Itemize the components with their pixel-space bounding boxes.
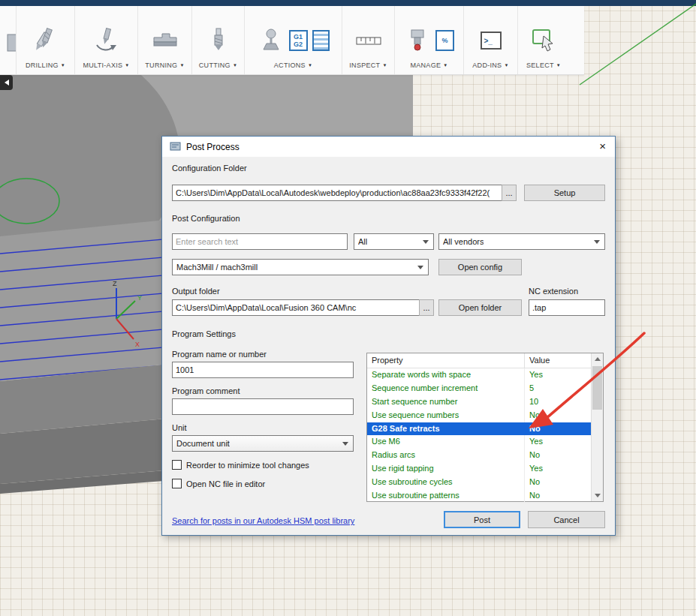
toolbar-group-cutting[interactable]: CUTTING▼	[192, 6, 245, 74]
gcode-g2-text: G2	[294, 41, 303, 48]
program-comment-label: Program comment	[172, 386, 240, 395]
table-scrollbar[interactable]	[591, 353, 603, 501]
dropdown-caret-icon	[342, 442, 348, 446]
toolbar-group-turning[interactable]: TURNING▼	[138, 6, 192, 74]
browser-collapse-toggle[interactable]	[0, 75, 13, 90]
dialog-titlebar[interactable]: Post Process ×	[162, 137, 615, 157]
vendor-filter-dropdown[interactable]: All vendors	[438, 233, 605, 250]
value-cell: Yes	[525, 435, 591, 449]
select-cursor-icon	[530, 26, 557, 55]
dropdown-caret-icon	[423, 240, 429, 244]
toolbar-group-manage[interactable]: % MANAGE▼	[395, 6, 464, 74]
table-row[interactable]: Use M6 Yes	[367, 435, 591, 449]
table-row[interactable]: Use subroutine cycles No	[367, 476, 591, 489]
table-row[interactable]: Start sequence number 10	[367, 395, 591, 409]
cutting-icon	[205, 26, 232, 55]
output-folder-label: Output folder	[172, 287, 220, 296]
chevron-down-icon: ▼	[61, 63, 65, 68]
toolbar-group-add-ins-label: ADD-INS	[472, 62, 502, 69]
scroll-down-icon[interactable]	[592, 490, 603, 501]
toolbar-group-manage-label: MANAGE	[410, 62, 441, 69]
toolbar-group-actions[interactable]: G1 G2 ACTIONS▼	[245, 6, 342, 74]
output-folder-browse-button[interactable]: ...	[419, 299, 434, 316]
program-name-label: Program name or number	[172, 350, 267, 359]
clipped-tool-icon	[0, 32, 17, 57]
post-process-dialog: Post Process × Configuration Folder ... …	[161, 136, 616, 536]
hsm-post-library-link[interactable]: Search for posts in our Autodesk HSM pos…	[172, 516, 354, 525]
gcode-icon: G1 G2	[289, 30, 308, 51]
app-titlebar	[0, 0, 696, 6]
toolbar-group-multi-axis-label: MULTI-AXIS	[83, 62, 122, 69]
checkbox-reorder-tool-changes[interactable]: Reorder to minimize tool changes	[172, 460, 309, 470]
chevron-down-icon: ▼	[125, 63, 129, 68]
cancel-button[interactable]: Cancel	[528, 511, 605, 528]
value-cell: No	[525, 409, 591, 422]
table-row[interactable]: Use subroutine patterns No	[367, 489, 591, 503]
program-name-input[interactable]	[172, 362, 354, 378]
checkbox-open-nc-file[interactable]: Open NC file in editor	[172, 479, 265, 488]
measure-icon	[355, 26, 382, 55]
unit-dropdown[interactable]: Document unit	[172, 435, 354, 452]
program-comment-input[interactable]	[172, 398, 354, 415]
value-cell: No	[525, 449, 591, 462]
property-cell: Use sequence numbers	[367, 409, 525, 422]
open-folder-button[interactable]: Open folder	[438, 299, 522, 316]
setup-button[interactable]: Setup	[524, 185, 605, 201]
nc-extension-input[interactable]	[529, 299, 605, 316]
toolbar-group-inspect[interactable]: INSPECT▼	[342, 6, 395, 74]
drilling-icon	[32, 26, 59, 55]
nc-extension-label: NC extension	[529, 287, 578, 296]
scrollbar-thumb[interactable]	[592, 366, 602, 410]
toolbar-group-drilling[interactable]: DRILLING▼	[17, 6, 75, 74]
collapse-left-icon	[5, 80, 9, 86]
capability-filter-dropdown[interactable]: All	[354, 233, 434, 250]
toolbar-group-partial[interactable]	[0, 6, 17, 74]
value-cell: 5	[525, 382, 591, 395]
property-cell: Start sequence number	[367, 395, 525, 409]
checkbox-box[interactable]	[172, 460, 182, 470]
table-row[interactable]: Use rigid tapping Yes	[367, 462, 591, 476]
program-settings-label: Program Settings	[172, 329, 236, 338]
turning-icon	[152, 26, 179, 55]
table-row[interactable]: Separate words with space Yes	[367, 368, 591, 382]
value-cell: No	[525, 489, 591, 503]
joystick-icon	[258, 26, 285, 55]
property-cell: Use subroutine patterns	[367, 489, 525, 503]
axis-x-label: X	[135, 341, 140, 348]
property-column-header: Property	[367, 353, 525, 368]
configuration-folder-input[interactable]	[172, 185, 502, 201]
toolbar-group-multi-axis[interactable]: MULTI-AXIS▼	[75, 6, 138, 74]
output-folder-input[interactable]	[172, 299, 420, 316]
post-config-dropdown[interactable]: Mach3Mill / mach3mill	[172, 259, 429, 275]
configuration-folder-browse-button[interactable]: ...	[502, 185, 517, 201]
toolbar-group-drilling-label: DRILLING	[26, 62, 59, 69]
toolbar-group-actions-label: ACTIONS	[274, 62, 306, 69]
toolbar-group-add-ins[interactable]: >_ ADD-INS▼	[464, 6, 518, 74]
table-row[interactable]: Radius arcs No	[367, 449, 591, 462]
checkbox-box[interactable]	[172, 479, 182, 488]
checkbox-reorder-label: Reorder to minimize tool changes	[186, 461, 309, 470]
post-search-input[interactable]	[172, 233, 348, 250]
close-icon[interactable]: ×	[599, 140, 606, 153]
capability-filter-value: All	[358, 237, 367, 246]
toolbar-group-select[interactable]: SELECT▼	[518, 6, 569, 74]
toolbar-group-inspect-label: INSPECT	[349, 62, 380, 69]
percent-icon: %	[435, 30, 454, 51]
post-process-icon	[170, 141, 181, 152]
dropdown-caret-icon	[594, 240, 600, 244]
scroll-up-icon[interactable]	[592, 353, 603, 365]
open-config-button[interactable]: Open config	[438, 259, 522, 275]
table-row-selected[interactable]: G28 Safe retracts No	[367, 422, 591, 436]
table-row[interactable]: Sequence number increment 5	[367, 382, 591, 395]
post-button[interactable]: Post	[444, 511, 520, 528]
unit-label: Unit	[172, 423, 187, 432]
value-cell: 10	[525, 395, 591, 409]
value-column-header: Value	[525, 353, 591, 368]
axis-y-label: Y	[137, 294, 142, 302]
property-cell: Use M6	[367, 435, 525, 449]
checkbox-open-nc-label: Open NC file in editor	[186, 479, 265, 488]
toolbar-group-cutting-label: CUTTING	[199, 62, 230, 69]
table-row[interactable]: Use sequence numbers No	[367, 409, 591, 422]
dropdown-caret-icon	[417, 266, 423, 269]
property-cell: Sequence number increment	[367, 382, 525, 395]
